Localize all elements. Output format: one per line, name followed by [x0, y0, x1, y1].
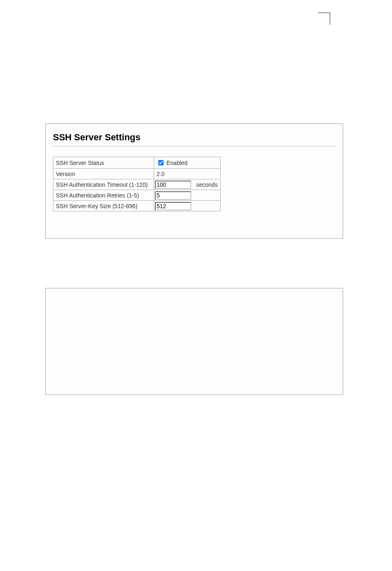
divider [53, 146, 335, 146]
value-retries-cell [154, 190, 221, 201]
label-keysize: SSH Server-Key Size (512-896) [53, 201, 154, 211]
row-version: Version 2.0 [53, 169, 221, 179]
empty-panel [45, 288, 343, 395]
ssh-settings-panel: SSH Server Settings SSH Server Status En… [45, 123, 343, 239]
row-keysize: SSH Server-Key Size (512-896) [53, 201, 221, 211]
page-title: SSH Server Settings [53, 132, 335, 143]
input-timeout[interactable] [155, 181, 191, 189]
crop-mark-top-right [318, 12, 330, 25]
label-retries: SSH Authentication Retries (1-5) [53, 190, 154, 201]
row-status: SSH Server Status Enabled [53, 157, 221, 169]
label-version: Version [53, 169, 154, 179]
value-timeout-cell [154, 179, 194, 190]
value-version: 2.0 [154, 169, 221, 179]
row-timeout: SSH Authentication Timeout (1-120) secon… [53, 179, 221, 190]
value-keysize-cell [154, 201, 221, 211]
unit-timeout: seconds [194, 179, 221, 190]
checkbox-enabled-label: Enabled [166, 160, 187, 166]
label-timeout: SSH Authentication Timeout (1-120) [53, 179, 154, 190]
settings-table: SSH Server Status Enabled Version 2.0 SS… [53, 157, 221, 211]
value-status-cell: Enabled [154, 157, 221, 169]
input-retries[interactable] [155, 191, 191, 200]
input-keysize[interactable] [155, 202, 191, 210]
label-status: SSH Server Status [53, 157, 154, 169]
checkbox-enabled[interactable] [158, 160, 164, 165]
row-retries: SSH Authentication Retries (1-5) [53, 190, 221, 201]
